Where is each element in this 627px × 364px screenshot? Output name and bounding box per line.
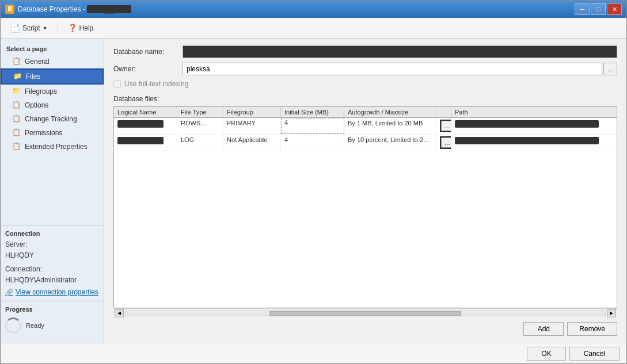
sidebar-item-change-tracking[interactable]: 📋 Change Tracking — [1, 112, 104, 126]
scroll-left-button[interactable]: ◀ — [115, 309, 124, 317]
col-file-type: File Type — [177, 107, 223, 117]
connection-value: HLHQDY\Administrator — [5, 275, 99, 286]
progress-spinner — [5, 317, 21, 334]
database-name-value — [183, 45, 617, 58]
window-controls: ─ □ ✕ — [575, 3, 622, 15]
options-icon: 📋 — [12, 101, 21, 110]
toolbar-separator — [58, 22, 58, 34]
col-path: Path — [451, 107, 617, 117]
database-name-label: Database name: — [113, 48, 183, 56]
ok-button[interactable]: OK — [527, 347, 565, 361]
add-remove-group: Add Remove — [523, 322, 617, 336]
col-initial-size: Initial Size (MB) — [281, 107, 344, 117]
general-icon: 📋 — [12, 57, 21, 66]
row1-btn-cell: … — [436, 118, 451, 134]
database-name-row: Database name: — [113, 45, 617, 58]
sidebar-item-permissions[interactable]: 📋 Permissions — [1, 126, 104, 140]
redacted-value — [117, 120, 164, 128]
connection-section: Connection Server: HLHQDY Connection: HL… — [1, 225, 104, 301]
remove-button[interactable]: Remove — [567, 322, 617, 336]
row2-size: 4 — [281, 135, 344, 151]
window-title: Database Properties - ██ — [18, 5, 131, 13]
permissions-icon: 📋 — [12, 128, 21, 137]
row2-filegroup: Not Applicable — [223, 135, 281, 151]
fulltext-checkbox-row: Use full-text indexing — [113, 80, 617, 88]
sidebar: Select a page 📋 General 📁 Files 📁 Filegr… — [1, 39, 104, 343]
progress-status: Ready — [26, 322, 44, 329]
row1-btn-group: … — [440, 120, 451, 132]
row1-logical — [114, 118, 177, 134]
scroll-right-button[interactable]: ▶ — [607, 309, 616, 317]
files-icon: 📁 — [13, 72, 22, 81]
sidebar-item-filegroups[interactable]: 📁 Filegroups — [1, 85, 104, 98]
change-tracking-icon: 📋 — [12, 114, 21, 124]
add-button[interactable]: Add — [523, 322, 564, 336]
close-button[interactable]: ✕ — [607, 3, 622, 15]
col-filegroup: Filegroup — [223, 107, 281, 117]
help-label: Help — [79, 24, 94, 32]
redacted-path — [455, 137, 599, 144]
link-icon: 🔗 — [5, 289, 13, 296]
col-btn — [436, 107, 451, 117]
files-table: Logical Name File Type Filegroup Initial… — [113, 106, 617, 308]
connection-info: Server: HLHQDY Connection: HLHQDY\Admini… — [5, 239, 99, 286]
progress-row: Ready — [5, 317, 99, 334]
row2-filetype: LOG — [177, 135, 223, 151]
sidebar-item-general[interactable]: 📋 General — [1, 55, 104, 68]
connection-label: Connection: — [5, 264, 99, 275]
row2-logical — [114, 135, 177, 151]
col-autogrowth: Autogrowth / Maxsize — [344, 107, 436, 117]
dialog-bottom-bar: OK Cancel — [1, 343, 626, 363]
server-value: HLHQDY — [5, 250, 99, 261]
help-icon: ❓ — [68, 24, 77, 32]
row1-filetype: ROWS... — [177, 118, 223, 134]
main-panel: Database name: Owner: … Use full-text in… — [104, 39, 626, 343]
sidebar-item-options[interactable]: 📋 Options — [1, 98, 104, 112]
connection-title: Connection — [5, 230, 99, 237]
filegroups-icon: 📁 — [12, 87, 21, 96]
row1-size: 4 — [281, 118, 344, 134]
script-button[interactable]: 📄 Script ▼ — [5, 21, 53, 35]
row1-browse-button[interactable]: … — [441, 121, 451, 131]
server-label: Server: — [5, 239, 99, 250]
owner-label: Owner: — [113, 65, 183, 73]
sidebar-section-title: Select a page — [1, 43, 104, 55]
add-remove-buttons: Add Remove — [113, 317, 617, 336]
table-header: Logical Name File Type Filegroup Initial… — [114, 107, 617, 118]
row2-path — [451, 135, 617, 151]
title-bar-left: 🗄 Database Properties - ██ — [5, 5, 131, 14]
owner-browse-button[interactable]: … — [603, 63, 617, 75]
dropdown-arrow-icon: ▼ — [43, 25, 48, 31]
help-button[interactable]: ❓ Help — [63, 21, 99, 35]
row2-browse-button[interactable]: … — [441, 137, 451, 148]
cancel-button[interactable]: Cancel — [569, 347, 620, 361]
row2-autogrowth: By 10 percent, Limited to 20 ... — [344, 135, 436, 151]
sidebar-item-extended-properties[interactable]: 📋 Extended Properties — [1, 140, 104, 154]
table-row: LOG Not Applicable 4 By 10 percent, Limi… — [114, 135, 617, 151]
app-icon: 🗄 — [5, 5, 14, 14]
owner-row: Owner: … — [113, 63, 617, 75]
row2-btn-cell: … — [436, 135, 451, 151]
progress-section: Progress Ready — [1, 301, 104, 338]
scroll-thumb — [269, 311, 461, 316]
title-bar: 🗄 Database Properties - ██ ─ □ ✕ — [1, 1, 626, 18]
col-logical-name: Logical Name — [114, 107, 177, 117]
maximize-button[interactable]: □ — [591, 3, 606, 15]
db-files-section: Database files: Logical Name File Type F… — [113, 95, 617, 336]
owner-input[interactable] — [183, 63, 602, 75]
content-area: Select a page 📋 General 📁 Files 📁 Filegr… — [1, 39, 626, 343]
redacted-path — [455, 120, 599, 128]
db-files-title: Database files: — [113, 95, 617, 103]
fulltext-label: Use full-text indexing — [124, 80, 188, 88]
main-window: 🗄 Database Properties - ██ ─ □ ✕ 📄 Scrip… — [0, 0, 627, 364]
row2-btn-group: … — [440, 136, 451, 149]
view-connection-link[interactable]: 🔗 View connection properties — [5, 288, 99, 296]
script-icon: 📄 — [10, 24, 20, 33]
scroll-track[interactable] — [125, 311, 606, 316]
row1-autogrowth: By 1 MB, Limited to 20 MB — [344, 118, 436, 134]
row1-filegroup: PRIMARY — [223, 118, 281, 134]
progress-title: Progress — [5, 306, 99, 313]
minimize-button[interactable]: ─ — [575, 3, 590, 15]
sidebar-item-files[interactable]: 📁 Files — [1, 68, 104, 85]
horizontal-scrollbar[interactable]: ◀ ▶ — [113, 308, 617, 317]
